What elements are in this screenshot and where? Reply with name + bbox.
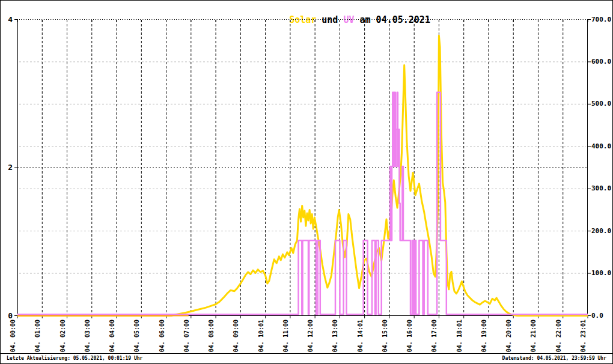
right-axis-tick-label: 0.0: [591, 312, 613, 320]
right-axis-tick-label: 600.0: [591, 58, 613, 65]
right-axis-tick-label: 300.0: [591, 184, 613, 192]
right-axis-tick-label: 400.0: [591, 142, 613, 150]
x-axis-tick-label: 04. 02:00: [59, 320, 66, 352]
footer-bar: Letzte Aktualisierung: 05.05.2021, 00:01…: [1, 353, 612, 364]
x-axis-tick-label: 04. 01:00: [34, 320, 41, 352]
left-axis-tick-label: 2: [1, 163, 13, 172]
right-axis-tick-label: 500.0: [591, 100, 613, 108]
chart-canvas: [17, 19, 588, 316]
left-axis-tick-label: 4: [1, 15, 13, 24]
uv-line: [17, 93, 588, 315]
x-axis-tick-label: 04. 07:00: [183, 320, 190, 352]
right-axis-tick-label: 700.0: [591, 16, 613, 23]
x-axis-tick-label: 04. 10:01: [258, 320, 264, 352]
x-axis-tick-label: 04. 21:00: [530, 320, 537, 352]
x-axis-tick-label: 04. 08:00: [208, 320, 215, 352]
x-axis-tick-label: 04. 16:00: [406, 320, 413, 352]
x-axis-tick-label: 04. 11:00: [282, 320, 289, 352]
footer-last-update: Letzte Aktualisierung: 05.05.2021, 00:01…: [7, 356, 142, 361]
x-axis-tick-label: 04. 00:00: [10, 320, 16, 352]
right-axis-tick-label: 200.0: [591, 227, 613, 235]
x-axis-tick-label: 04. 06:00: [159, 320, 165, 352]
footer-data-state: Datenstand: 04.05.2021, 23:59:59 Uhr: [502, 356, 606, 361]
x-axis-tick-label: 04. 20:00: [505, 320, 512, 352]
x-axis-tick-label: 04. 22:00: [555, 320, 562, 352]
x-axis-tick-label: 04. 19:00: [481, 320, 487, 352]
x-axis-tick-label: 04. 13:00: [332, 320, 338, 352]
x-axis-tick-label: 04. 03:00: [84, 320, 91, 352]
x-axis-tick-label: 04. 05:00: [133, 320, 140, 352]
x-axis-tick-label: 04. 15:00: [382, 320, 388, 352]
x-axis-tick-label: 04. 23:01: [580, 320, 587, 352]
right-axis-tick-label: 100.0: [591, 269, 613, 277]
left-axis-tick-label: 0: [1, 311, 13, 320]
chart-frame: Solar und UV am 04.05.2021 024 0.0100.02…: [0, 0, 613, 364]
x-axis-tick-label: 04. 14:01: [357, 320, 364, 352]
x-axis-tick-label: 04. 12:00: [307, 320, 314, 352]
x-axis-tick-label: 04. 04:00: [109, 320, 115, 352]
x-axis-tick-label: 04. 09:00: [233, 320, 239, 352]
plot-area: [17, 19, 588, 316]
x-axis-tick-label: 04. 17:00: [431, 320, 438, 352]
x-axis-tick-label: 04. 18:01: [456, 320, 463, 352]
